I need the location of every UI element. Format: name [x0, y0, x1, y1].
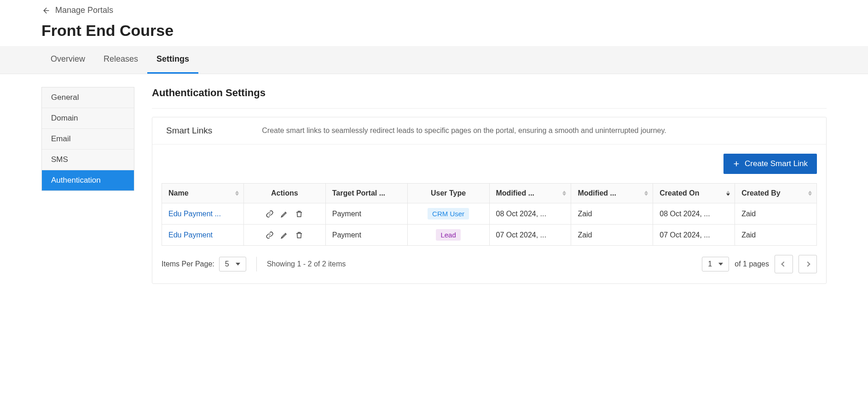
create-button-label: Create Smart Link	[745, 159, 808, 168]
sort-icon[interactable]	[644, 191, 648, 196]
table-row: Edu Payment ... Payment CRM User 08 O	[162, 203, 817, 225]
row-target: Payment	[325, 225, 407, 246]
row-modified-on: 07 Oct 2024, ...	[489, 225, 571, 246]
sidebar-item-general[interactable]: General	[42, 87, 134, 108]
delete-icon[interactable]	[295, 231, 303, 239]
link-icon[interactable]	[266, 231, 274, 239]
breadcrumb-label[interactable]: Manage Portals	[55, 6, 113, 15]
col-modified-by[interactable]: Modified ...	[571, 184, 653, 203]
page-select[interactable]: 1	[702, 257, 729, 271]
sort-icon[interactable]	[235, 191, 239, 196]
next-page-button[interactable]	[799, 255, 817, 273]
divider	[256, 257, 257, 271]
row-created-by: Zaid	[735, 225, 817, 246]
row-name-link[interactable]: Edu Payment ...	[168, 210, 221, 218]
smart-links-panel: Smart Links Create smart links to seamle…	[152, 117, 827, 284]
of-pages-text: of 1 pages	[735, 260, 769, 268]
breadcrumb[interactable]: Manage Portals	[41, 6, 827, 18]
row-target: Payment	[325, 203, 407, 225]
back-arrow-icon[interactable]	[41, 6, 50, 15]
smart-links-table: Name Actions Target Portal ... User Type…	[162, 183, 817, 246]
col-created-on[interactable]: Created On	[653, 184, 735, 203]
col-actions: Actions	[243, 184, 325, 203]
sidebar-item-email[interactable]: Email	[42, 129, 134, 150]
row-modified-by: Zaid	[571, 203, 653, 225]
row-created-on: 07 Oct 2024, ...	[653, 225, 735, 246]
sort-icon[interactable]	[562, 191, 566, 196]
row-modified-on: 08 Oct 2024, ...	[489, 203, 571, 225]
settings-sidebar: General Domain Email SMS Authentication	[41, 87, 134, 191]
tabs-bar: Overview Releases Settings	[0, 46, 868, 74]
link-icon[interactable]	[266, 210, 274, 218]
user-type-badge: CRM User	[428, 208, 469, 219]
sidebar-item-domain[interactable]: Domain	[42, 108, 134, 129]
chevron-left-icon	[781, 261, 786, 266]
col-created-by[interactable]: Created By	[735, 184, 817, 203]
chevron-right-icon	[805, 261, 810, 266]
sort-icon[interactable]	[808, 191, 812, 196]
col-name[interactable]: Name	[162, 184, 244, 203]
panel-description: Create smart links to seamlessly redirec…	[262, 127, 812, 135]
sidebar-item-sms[interactable]: SMS	[42, 150, 134, 170]
items-per-page-select[interactable]: 5	[219, 257, 246, 271]
panel-title: Smart Links	[166, 126, 212, 136]
row-name-link[interactable]: Edu Payment	[168, 231, 213, 239]
section-title: Authentication Settings	[152, 87, 827, 109]
tab-settings[interactable]: Settings	[147, 46, 198, 74]
caret-down-icon	[236, 263, 240, 265]
col-user-type[interactable]: User Type	[407, 184, 489, 203]
edit-icon[interactable]	[280, 231, 289, 239]
edit-icon[interactable]	[280, 210, 289, 218]
user-type-badge: Lead	[436, 229, 460, 241]
pagination: Items Per Page: 5 Showing 1 - 2 of 2 ite…	[162, 246, 817, 273]
row-created-by: Zaid	[735, 203, 817, 225]
sort-icon[interactable]	[726, 191, 730, 196]
plus-icon	[733, 160, 740, 167]
delete-icon[interactable]	[295, 210, 303, 218]
prev-page-button[interactable]	[775, 255, 793, 273]
col-target[interactable]: Target Portal ...	[325, 184, 407, 203]
tab-releases[interactable]: Releases	[94, 46, 147, 74]
create-smart-link-button[interactable]: Create Smart Link	[723, 154, 817, 174]
items-per-page-label: Items Per Page:	[162, 260, 214, 268]
table-row: Edu Payment Payment Lead 07 Oct 2024,	[162, 225, 817, 246]
tab-overview[interactable]: Overview	[41, 46, 94, 74]
caret-down-icon	[718, 263, 723, 265]
page-title: Front End Course	[41, 18, 827, 46]
row-modified-by: Zaid	[571, 225, 653, 246]
sidebar-item-authentication[interactable]: Authentication	[42, 170, 134, 190]
col-modified-on[interactable]: Modified ...	[489, 184, 571, 203]
showing-text: Showing 1 - 2 of 2 items	[267, 260, 346, 268]
row-created-on: 08 Oct 2024, ...	[653, 203, 735, 225]
